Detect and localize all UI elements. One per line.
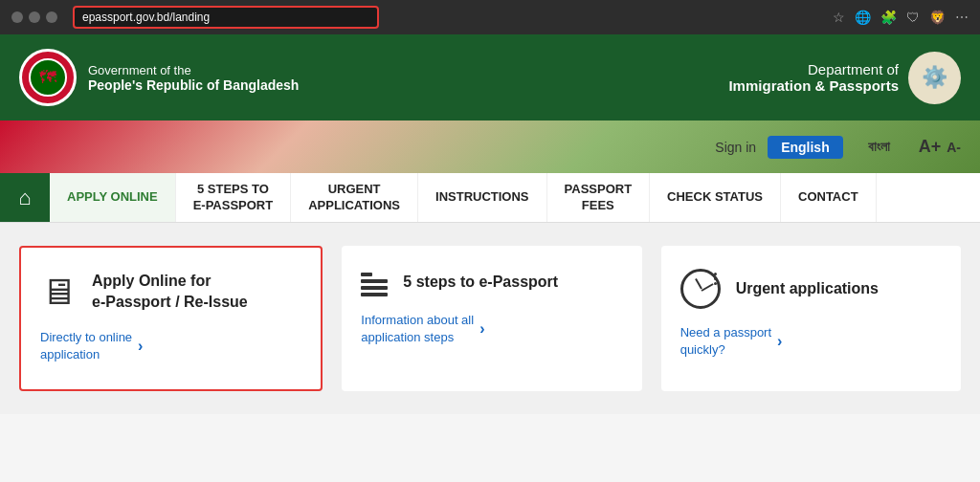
steps-card[interactable]: 5 steps to e-Passport Information about … [342,246,641,391]
nav-5-steps-label: 5 STEPS TOe-PASSPORT [193,182,274,214]
monitor-icon: 🖥 [40,272,77,313]
urgent-card-link[interactable]: Need a passportquickly? › [680,324,942,359]
nav-contact-label: CONTACT [798,189,858,206]
lang-bangla-button[interactable]: বাংলা [855,135,903,159]
list-dot-2 [361,279,388,283]
govt-line1: Government of the [88,63,299,77]
lang-controls: Sign in English বাংলা [715,135,902,159]
url-text: epassport.gov.bd/landing [82,11,210,24]
nav-5-steps[interactable]: 5 STEPS TOe-PASSPORT [176,173,292,222]
list-dot-4 [361,293,388,296]
browser-dots [11,11,57,23]
brave-icon[interactable]: 🦁 [929,10,946,25]
map-icon: 🗺 [39,68,56,88]
clock-dots [714,273,717,285]
nav-instructions-label: INSTRUCTIONS [435,189,529,206]
main-nav: ⌂ APPLY ONLINE 5 STEPS TOe-PASSPORT URGE… [0,173,980,223]
govt-line2: People's Republic of Bangladesh [88,77,299,93]
dept-logo: ⚙️ [908,52,961,104]
nav-urgent[interactable]: URGENTAPPLICATIONS [291,173,418,222]
emblem-inner: 🗺 [29,58,67,97]
font-controls: A+ A- [919,137,961,157]
nav-passport-fees[interactable]: PASSPORTFEES [547,173,651,222]
list-dot-3 [361,286,388,290]
sign-in-link[interactable]: Sign in [715,140,756,155]
site-header: 🗺 Government of the People's Republic of… [0,34,980,120]
steps-card-top: 5 steps to e-Passport [361,269,622,296]
clock-dot-3 [714,282,717,285]
apply-online-card-top: 🖥 Apply Online fore-Passport / Re-Issue [40,271,301,314]
nav-check-status[interactable]: CHECK STATUS [650,173,781,222]
urgent-link-text: Need a passportquickly? [680,324,771,359]
home-icon: ⌂ [18,186,31,210]
nav-check-status-label: CHECK STATUS [667,189,763,206]
dept-area: Department of Immigration & Passports ⚙️ [728,52,961,104]
font-increase-button[interactable]: A+ [919,137,942,157]
browser-icons: ☆ 🌐 🧩 🛡 🦁 ⋯ [833,10,969,25]
clock-hand-hour [695,278,702,289]
govt-name: Government of the People's Republic of B… [88,63,299,93]
list-dot-1 [361,273,372,276]
lang-english-button[interactable]: English [768,136,843,159]
urgent-card-title: Urgent applications [736,278,879,299]
urgent-card-top: Urgent applications [680,269,942,309]
puzzle-icon[interactable]: 🧩 [880,10,897,25]
nav-contact[interactable]: CONTACT [781,173,877,222]
nav-apply-online[interactable]: APPLY ONLINE [50,173,176,222]
apply-online-link-text: Directly to onlineapplication [40,329,132,363]
browser-dot-1 [11,11,23,23]
clock-icon [680,269,721,309]
browser-dot-2 [29,11,40,23]
browser-dot-3 [46,11,57,23]
bookmark-icon[interactable]: ☆ [833,10,845,25]
home-button[interactable]: ⌂ [0,173,50,222]
apply-online-arrow-icon: › [138,338,143,355]
urgent-card[interactable]: Urgent applications Need a passportquick… [661,246,961,391]
clock-dot-1 [714,273,717,275]
steps-link-text: Information about allapplication steps [361,312,474,346]
nav-passport-fees-label: PASSPORTFEES [565,182,633,214]
menu-icon[interactable]: ⋯ [955,10,969,25]
globe-icon[interactable]: 🌐 [855,10,871,25]
font-decrease-button[interactable]: A- [947,140,961,155]
dept-line2: Immigration & Passports [728,77,899,94]
url-bar[interactable]: epassport.gov.bd/landing [73,6,379,29]
apply-online-card-link[interactable]: Directly to onlineapplication › [40,329,301,363]
clock-hand-minute [701,283,713,292]
hero-area: Sign in English বাংলা A+ A- [0,120,980,173]
dept-name: Department of Immigration & Passports [728,61,899,94]
list-icon [361,269,388,296]
dept-line1: Department of [728,61,899,77]
steps-card-link[interactable]: Information about allapplication steps › [361,312,622,346]
steps-card-title: 5 steps to e-Passport [403,272,558,293]
nav-instructions[interactable]: INSTRUCTIONS [418,173,547,222]
main-content: 🖥 Apply Online fore-Passport / Re-Issue … [0,223,980,414]
nav-urgent-label: URGENTAPPLICATIONS [308,182,400,214]
apply-online-card-title: Apply Online fore-Passport / Re-Issue [92,271,248,314]
browser-chrome: epassport.gov.bd/landing ☆ 🌐 🧩 🛡 🦁 ⋯ [0,0,980,34]
nav-apply-online-label: APPLY ONLINE [67,189,158,206]
logo-area: 🗺 Government of the People's Republic of… [19,49,299,106]
urgent-arrow-icon: › [777,333,782,350]
steps-arrow-icon: › [479,320,484,338]
bangladesh-emblem: 🗺 [19,49,77,106]
shield-icon[interactable]: 🛡 [906,10,920,25]
apply-online-card[interactable]: 🖥 Apply Online fore-Passport / Re-Issue … [19,246,323,391]
clock-dot-2 [714,277,717,280]
